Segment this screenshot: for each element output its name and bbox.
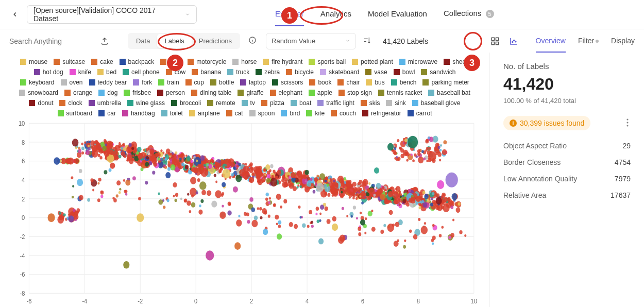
svg-point-6 [513,40,514,41]
legend-item[interactable]: dining table [189,89,234,97]
legend-item[interactable]: book [307,78,334,87]
view-scatter-button[interactable] [506,33,521,49]
legend-item[interactable]: hot dog [31,68,66,76]
upload-button[interactable] [96,33,113,49]
info-icon[interactable] [248,36,257,46]
legend-item[interactable]: traffic light [315,99,357,107]
legend-item[interactable]: orange [62,89,95,97]
legend-item[interactable]: banana [189,68,224,76]
legend-item[interactable]: tennis racket [376,89,425,97]
right-tab-overview[interactable]: Overview [536,37,566,46]
legend-item[interactable]: donut [26,99,56,107]
svg-point-1449 [193,167,198,174]
legend-item[interactable]: train [156,78,181,87]
legend-item[interactable]: mouse [18,58,50,66]
legend-item[interactable]: snowboard [16,89,61,97]
legend-item[interactable]: clock [57,99,84,107]
back-button[interactable] [9,9,21,20]
legend-item[interactable]: kite [303,109,327,117]
legend-item[interactable]: cup [183,78,207,87]
legend-item[interactable]: refrigerator [360,109,404,117]
legend-item[interactable]: bench [388,78,419,87]
legend-item[interactable]: bowl [391,68,418,76]
svg-point-1097 [63,213,66,216]
legend-item[interactable]: cell phone [120,68,162,76]
dataset-selector[interactable]: [Open source][Validation] COCO 2017 Data… [27,5,197,24]
tab-collections[interactable]: Collections 5 [444,9,494,20]
legend-item[interactable]: teddy bear [87,78,130,87]
sort-direction-button[interactable] [363,36,371,46]
legend-item[interactable]: chair [335,78,362,87]
legend-item[interactable]: cake [89,58,115,66]
tab-model-evaluation[interactable]: Model Evaluation [368,9,427,20]
legend-item[interactable]: suitcase [51,58,88,66]
legend-item[interactable]: couch [328,109,359,117]
issue-row[interactable]: Object Aspect Ratio29 [503,138,631,154]
right-tab-filter[interactable]: Filter [578,37,599,46]
issue-row[interactable]: Border Closeness4754 [503,154,631,170]
legend-item[interactable]: toilet [159,109,185,117]
legend-item[interactable]: elephant [267,89,305,97]
legend-item[interactable]: skateboard [317,68,362,76]
dataset-name: [Open source][Validation] COCO 2017 Data… [33,6,181,23]
sort-select[interactable]: Random Value [266,33,356,49]
legend-item[interactable]: bird [278,109,302,117]
view-grid-button[interactable] [487,33,503,49]
search-input[interactable] [9,33,92,49]
legend-item[interactable]: cat [224,109,246,117]
legend-item[interactable]: baseball glove [410,99,463,107]
legend-item[interactable]: carrot [405,109,435,117]
legend-item[interactable]: scissors [269,78,306,87]
legend-item[interactable]: person [155,89,188,97]
legend-item[interactable]: spoon [247,109,278,117]
issue-row[interactable]: Relative Area17637 [503,187,631,203]
legend-item[interactable]: remote [205,99,238,107]
legend-item[interactable]: skis [358,99,383,107]
legend-item[interactable]: bicycle [283,68,316,76]
mode-tab-predictions[interactable]: Predictions [192,34,239,48]
legend-item[interactable]: parking meter [420,78,471,87]
legend-item[interactable]: sink [383,99,408,107]
mode-tab-data[interactable]: Data [129,34,157,48]
legend-item[interactable]: keyboard [18,78,57,87]
legend-item[interactable]: surfboard [55,109,95,117]
right-tab-display[interactable]: Display [611,37,635,46]
legend-item[interactable]: vase [363,68,389,76]
legend-item[interactable]: oven [58,78,86,87]
legend-item[interactable]: dog [96,89,120,97]
legend-item[interactable]: airplane [187,109,223,117]
legend-item[interactable]: backpack [117,58,157,66]
legend-item[interactable]: bottle [208,78,236,87]
legend-item[interactable]: knife [67,68,94,76]
legend-item[interactable]: microwave [397,58,440,66]
legend-item[interactable]: horse [230,58,259,66]
legend-item[interactable]: sandwich [418,68,458,76]
legend-item[interactable]: umbrella [86,99,124,107]
legend-item[interactable]: baseball bat [426,89,473,97]
legend-item[interactable]: fork [130,78,155,87]
legend-item[interactable]: pizza [259,99,287,107]
legend-item[interactable]: potted plant [349,58,396,66]
legend-item[interactable]: handbag [120,109,158,117]
issue-row[interactable]: Low Annotation Quality7979 [503,170,631,187]
scatter-plot[interactable]: -6-4-20246810-8-6-4-20246810 [10,120,479,307]
legend-item[interactable]: laptop [238,78,268,87]
legend-item[interactable]: bus [363,78,387,87]
legend-item[interactable]: sports ball [306,58,348,66]
legend-item[interactable]: frisbee [121,89,154,97]
legend-item[interactable]: motorcycle [185,58,229,66]
legend-item[interactable]: boat [288,99,314,107]
legend-item[interactable]: apple [306,89,335,97]
issues-summary[interactable]: i 30,399 issues found [503,116,590,130]
legend-item[interactable]: wine glass [125,99,167,107]
legend-item[interactable]: bed [95,68,119,76]
legend-item[interactable]: car [96,109,118,117]
legend-item[interactable]: stop sign [336,89,375,97]
legend-item[interactable]: tv [239,99,258,107]
issues-more-button[interactable] [624,116,631,130]
legend-item[interactable]: truck [225,68,252,76]
legend-item[interactable]: zebra [253,68,282,76]
legend-item[interactable]: giraffe [235,89,266,97]
legend-item[interactable]: fire hydrant [260,58,305,66]
legend-item[interactable]: broccoli [168,99,204,107]
